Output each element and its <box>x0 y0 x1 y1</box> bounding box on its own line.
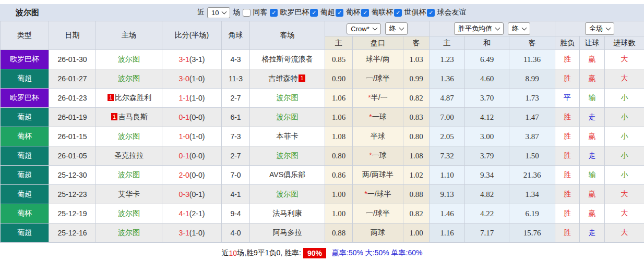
table-row: 葡超 25-12-16 波尔图 3-1(1-0) 4-0 阿马多拉 0.88 两… <box>1 223 644 243</box>
goals-result-cell: 小 <box>605 166 644 185</box>
avg-draw-cell: 6.49 <box>465 50 509 69</box>
avg-draw-cell: 3.79 <box>465 146 509 166</box>
col-header-away: 客场 <box>250 21 325 50</box>
team-name: 波尔图 <box>118 74 140 82</box>
league-checkbox[interactable]: ✓ <box>361 9 369 17</box>
outcome-cell: 胜 <box>555 108 580 127</box>
corners-cell: 9-4 <box>222 204 250 223</box>
goals-result-cell: 大 <box>605 185 644 204</box>
team-title: 波尔图 <box>16 8 39 18</box>
col-header-handicap: 盘口 <box>353 36 403 50</box>
avg-home-cell: 1.36 <box>430 69 465 89</box>
avg-home-cell: 2.05 <box>430 127 465 146</box>
let-result-cell: 输 <box>580 89 605 108</box>
date-cell: 25-12-30 <box>49 166 96 185</box>
score-cell: 0-1(0-0) <box>162 108 222 127</box>
same-venue-option[interactable]: 同客 <box>243 8 267 17</box>
team-name: 波尔图 <box>118 132 140 140</box>
team-name: 波尔图 <box>277 151 299 159</box>
col-header-odds-home: 主 <box>325 36 353 50</box>
league-badge: 葡超 <box>1 166 49 185</box>
score-cell: 1-0(1-0) <box>162 127 222 146</box>
same-venue-label: 同客 <box>253 8 267 17</box>
score-cell: 1-1(1-0) <box>162 89 222 108</box>
odds-away-cell: 1.02 <box>403 166 430 185</box>
table-row: 葡超 26-01-05 圣克拉拉 0-1(0-0) 2-7 波尔图 0.80 *… <box>1 146 644 166</box>
bookmaker-final-value: 终 <box>389 24 396 33</box>
col-header-type: 类型 <box>1 21 49 50</box>
odds-away-cell: 0.88 <box>403 185 430 204</box>
league-label: 葡杯 <box>345 8 360 17</box>
league-option[interactable]: ✓世俱杯 <box>394 8 426 17</box>
corners-cell: 4-1 <box>222 185 250 204</box>
league-checkbox[interactable]: ✓ <box>427 9 435 17</box>
avg-odds-select[interactable]: 胜平负均值 <box>454 22 504 35</box>
away-team-cell: 本菲卡 <box>250 127 325 146</box>
home-team-cell: 圣克拉拉 <box>96 146 162 166</box>
odds-away-cell: 0.82 <box>403 204 430 223</box>
team-name: 吉维森特 <box>268 74 297 82</box>
league-badge: 葡杯 <box>1 204 49 223</box>
outcome-cell: 胜 <box>555 223 580 243</box>
table-row: 葡超 25-12-30 波尔图 2-0(0-0) 7-0 AVS俱乐部 0.86… <box>1 166 644 185</box>
bookmaker-final-select[interactable]: 终 <box>385 22 408 35</box>
top-bar: 波尔图 近 10 场 同客 ✓欧罗巴杯✓葡超✓葡杯✓葡联杯✓世俱杯✓球会友谊 <box>0 4 644 21</box>
league-option[interactable]: ✓葡超 <box>310 8 335 17</box>
scope-select[interactable]: 全场 <box>585 22 614 35</box>
avg-away-cell: 1.47 <box>509 108 555 127</box>
league-checkbox[interactable]: ✓ <box>310 9 318 17</box>
chevron-down-icon <box>399 26 404 31</box>
date-cell: 26-01-05 <box>49 146 96 166</box>
col-header-home: 主场 <box>96 21 162 50</box>
corners-cell: 7-3 <box>222 127 250 146</box>
avg-final-value: 终 <box>512 24 519 33</box>
outcome-cell: 胜 <box>555 50 580 69</box>
col-header-avg-away: 客 <box>509 36 555 50</box>
goals-result-cell: 大 <box>605 69 644 89</box>
avg-home-cell: 9.13 <box>430 185 465 204</box>
handicap-cell: 球半/两 <box>353 50 403 69</box>
col-header-corners: 角球 <box>222 21 250 50</box>
goals-result-cell: 小 <box>605 127 644 146</box>
odds-home-cell: 0.80 <box>325 146 353 166</box>
avg-away-cell: 1.73 <box>509 89 555 108</box>
avg-home-cell: 7.32 <box>430 146 465 166</box>
avg-final-select[interactable]: 终 <box>508 22 530 35</box>
score-cell: 4-1(2-1) <box>162 204 222 223</box>
date-cell: 26-01-19 <box>49 108 96 127</box>
score-cell: 3-1(1-0) <box>162 223 222 243</box>
league-label: 世俱杯 <box>404 8 426 17</box>
footer-segment: 近 <box>221 248 229 258</box>
league-checkbox[interactable]: ✓ <box>394 9 402 17</box>
match-count-select[interactable]: 10 <box>207 7 230 18</box>
let-result-cell: 赢 <box>580 204 605 223</box>
summary-footer: 近10场,胜9平1负0, 胜率:90%赢率:50% 大:50% 单率:60% <box>0 245 644 261</box>
match-count-value: 10 <box>211 9 219 17</box>
footer-segment: 90% <box>303 248 326 258</box>
avg-away-cell: 6.19 <box>509 204 555 223</box>
col-header-let-result: 让球 <box>580 36 605 50</box>
avg-draw-cell: 4.22 <box>465 204 509 223</box>
team-name: 格拉斯哥流浪者 <box>262 55 313 63</box>
league-option[interactable]: ✓葡联杯 <box>361 8 393 17</box>
handicap-cell: 两球 <box>353 223 403 243</box>
odds-home-cell: 0.86 <box>325 166 353 185</box>
league-checkbox[interactable]: ✓ <box>270 9 278 17</box>
col-header-date: 日期 <box>49 21 96 50</box>
league-option[interactable]: ✓球会友谊 <box>427 8 466 17</box>
same-venue-checkbox[interactable] <box>243 9 251 17</box>
team-name: 波尔图 <box>277 113 299 121</box>
bookmaker-select[interactable]: Crow* <box>347 23 380 34</box>
avg-draw-cell: 4.82 <box>465 185 509 204</box>
home-team-cell: 1吉马良斯 <box>96 108 162 127</box>
league-checkbox[interactable]: ✓ <box>336 9 343 17</box>
let-result-cell: 走 <box>580 223 605 243</box>
league-option[interactable]: ✓欧罗巴杯 <box>270 8 309 17</box>
odds-away-cell: 1.00 <box>403 223 430 243</box>
odds-home-cell: 0.90 <box>325 69 353 89</box>
outcome-cell: 胜 <box>555 69 580 89</box>
avg-home-cell: 1.16 <box>430 223 465 243</box>
near-label: 近 <box>197 8 205 17</box>
league-option[interactable]: ✓葡杯 <box>336 8 360 17</box>
corners-cell: 4-3 <box>222 50 250 69</box>
